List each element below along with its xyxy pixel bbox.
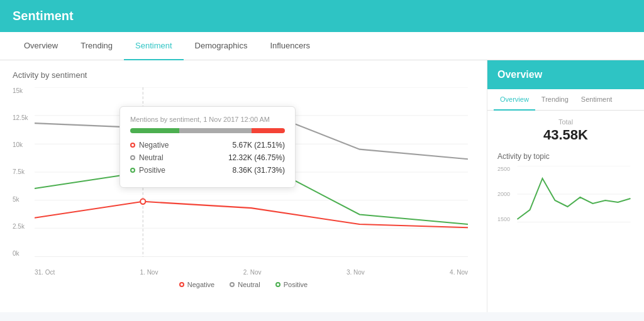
right-panel: Overview Overview Trending Sentiment Tot…	[487, 60, 644, 312]
svg-point-10	[140, 199, 145, 204]
tooltip-label-neutral: Neutral	[130, 153, 164, 162]
panel-content: Total 43.58K Activity by topic 2500 2000…	[487, 111, 644, 232]
y-label: 2.5k	[13, 223, 30, 230]
y-label: 0k	[13, 250, 30, 257]
sentiment-tooltip: Mentions by sentiment, 1 Nov 2017 12:00 …	[119, 106, 296, 188]
panel-tab-trending[interactable]: Trending	[535, 89, 575, 111]
x-axis: 31. Oct 1. Nov 2. Nov 3. Nov 4. Nov	[35, 269, 468, 276]
negative-value: 5.67K (21.51%)	[233, 141, 285, 150]
tab-influencers[interactable]: Influencers	[258, 32, 321, 60]
activity-topic-title: Activity by topic	[497, 152, 634, 161]
legend-dot-positive	[275, 282, 280, 287]
positive-value: 8.36K (31.73%)	[233, 166, 285, 175]
tooltip-bar	[130, 128, 285, 133]
mini-chart	[514, 166, 634, 224]
total-value: 43.58K	[497, 127, 634, 143]
mini-y-axis: 2500 2000 1500	[497, 166, 510, 222]
chart-area: 15k 12.5k 10k 7.5k 5k 2.5k 0k	[13, 87, 474, 276]
bar-negative	[252, 128, 285, 133]
mini-chart-container: 2500 2000 1500	[497, 166, 634, 224]
mini-y-label: 1500	[497, 216, 510, 222]
legend-label-neutral: Neutral	[238, 281, 260, 288]
y-label: 7.5k	[13, 168, 30, 175]
x-label: 3. Nov	[347, 269, 365, 276]
main-layout: Activity by sentiment 15k 12.5k 10k 7.5k…	[0, 60, 644, 312]
page-header: Sentiment	[0, 0, 644, 32]
negative-dot	[130, 143, 135, 148]
y-label: 12.5k	[13, 114, 30, 121]
panel-tabs: Overview Trending Sentiment	[487, 89, 644, 111]
panel-tab-overview[interactable]: Overview	[494, 89, 535, 111]
y-label: 10k	[13, 141, 30, 148]
mini-y-label: 2500	[497, 166, 510, 172]
tab-sentiment[interactable]: Sentiment	[124, 32, 184, 60]
legend-label-positive: Positive	[284, 281, 308, 288]
neutral-dot	[130, 155, 135, 160]
negative-label: Negative	[139, 141, 169, 150]
neutral-value: 12.32K (46.75%)	[228, 153, 285, 162]
mini-y-label: 2000	[497, 191, 510, 197]
panel-title: Overview	[497, 69, 542, 80]
chart-section: Activity by sentiment 15k 12.5k 10k 7.5k…	[0, 60, 487, 312]
tab-demographics[interactable]: Demographics	[184, 32, 259, 60]
x-label: 31. Oct	[35, 269, 55, 276]
tooltip-row-neutral: Neutral 12.32K (46.75%)	[130, 153, 285, 162]
neutral-label: Neutral	[139, 153, 164, 162]
panel-header: Overview	[487, 60, 644, 89]
y-label: 5k	[13, 196, 30, 203]
tooltip-label-positive: Positive	[130, 166, 165, 175]
page-title: Sentiment	[13, 9, 74, 23]
y-axis: 15k 12.5k 10k 7.5k 5k 2.5k 0k	[13, 87, 30, 257]
chart-legend: Negative Neutral Positive	[13, 281, 474, 288]
chart-title: Activity by sentiment	[13, 70, 474, 80]
tooltip-row-negative: Negative 5.67K (21.51%)	[130, 141, 285, 150]
legend-dot-neutral	[230, 282, 235, 287]
legend-label-negative: Negative	[187, 281, 214, 288]
panel-tab-sentiment[interactable]: Sentiment	[575, 89, 619, 111]
legend-dot-negative	[179, 282, 184, 287]
x-label: 4. Nov	[450, 269, 468, 276]
x-label: 1. Nov	[140, 269, 158, 276]
bar-positive	[130, 128, 179, 133]
nav-tabs: Overview Trending Sentiment Demographics…	[0, 32, 644, 60]
positive-dot	[130, 168, 135, 173]
legend-neutral: Neutral	[230, 281, 260, 288]
tooltip-row-positive: Positive 8.36K (31.73%)	[130, 166, 285, 175]
positive-label: Positive	[139, 166, 165, 175]
x-label: 2. Nov	[243, 269, 262, 276]
tooltip-title: Mentions by sentiment, 1 Nov 2017 12:00 …	[130, 116, 285, 123]
y-label: 15k	[13, 87, 30, 94]
total-label: Total	[497, 118, 634, 126]
tab-overview[interactable]: Overview	[13, 32, 69, 60]
legend-positive: Positive	[275, 281, 308, 288]
tooltip-label-negative: Negative	[130, 141, 169, 150]
legend-negative: Negative	[179, 281, 214, 288]
tab-trending[interactable]: Trending	[69, 32, 124, 60]
bar-neutral	[179, 128, 252, 133]
